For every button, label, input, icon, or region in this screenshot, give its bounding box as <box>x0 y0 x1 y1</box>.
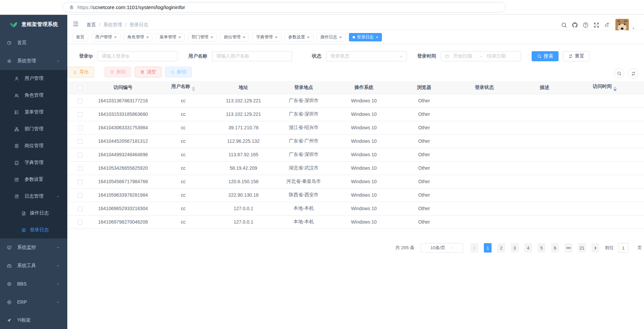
date-range-input[interactable]: 开始日期 - 结束日期 <box>441 51 521 61</box>
close-icon[interactable]: × <box>376 35 379 39</box>
prev-page-button[interactable] <box>470 243 478 253</box>
table-search-button[interactable] <box>614 68 624 78</box>
row-checkbox[interactable] <box>78 126 82 130</box>
page-number-button[interactable]: 1 <box>484 243 492 253</box>
page-number-button[interactable]: 6 <box>551 243 559 253</box>
[object Object]-icon[interactable] <box>495 4 501 10</box>
search-icon[interactable] <box>561 22 567 28</box>
sidebar-item[interactable]: 日志管理 <box>0 188 67 205</box>
sidebar-item[interactable]: 系统工具 <box>0 257 67 275</box>
sidebar-item[interactable]: 首页 <box>0 34 67 52</box>
page-number-button[interactable]: 2 <box>497 243 505 253</box>
sort-caret-icon[interactable] <box>613 87 617 91</box>
sort-caret-icon[interactable] <box>192 87 195 91</box>
sidebar-item[interactable]: 岗位管理 <box>0 137 67 154</box>
sidebar-item[interactable]: 字典管理 <box>0 154 67 171</box>
sidebar-item[interactable]: 操作日志 <box>0 205 67 222</box>
[object Object]-icon[interactable] <box>512 4 519 11</box>
sidebar-item[interactable]: 参数设置 <box>0 171 67 188</box>
[object Object]-icon[interactable] <box>635 4 642 11</box>
[object Object]-icon[interactable] <box>465 4 471 10</box>
collapse-menu-icon[interactable] <box>72 21 79 27</box>
sidebar-item[interactable]: Yi框架 <box>0 311 67 329</box>
tab-tag[interactable]: 操作日志 × <box>317 33 346 41</box>
select-all-checkbox[interactable] <box>78 86 82 90</box>
sidebar-item[interactable]: 系统监控 <box>0 238 67 257</box>
[object Object]-icon[interactable] <box>617 4 624 11</box>
row-checkbox[interactable] <box>78 139 82 144</box>
row-checkbox[interactable] <box>78 112 82 117</box>
table-refresh-button[interactable] <box>628 68 638 78</box>
breadcrumb-item[interactable]: 登录日志 <box>130 22 148 27</box>
[object Object]-icon[interactable] <box>565 4 572 11</box>
toolbar-button[interactable]: 删除 <box>104 67 131 77</box>
sidebar-item[interactable]: 系统管理 <box>0 52 67 70</box>
row-checkbox[interactable] <box>78 153 82 157</box>
tab-tag[interactable]: 角色管理 × <box>124 33 153 41</box>
sidebar-item[interactable]: ERP <box>0 293 67 311</box>
[object Object]-icon[interactable] <box>582 4 589 11</box>
row-checkbox[interactable] <box>78 166 82 171</box>
toolbar-button[interactable]: 解锁 <box>165 67 192 77</box>
[object Object]-icon[interactable] <box>480 4 486 10</box>
tab-tag[interactable]: 菜单管理 × <box>156 33 185 41</box>
[object Object]-icon[interactable] <box>44 4 51 10</box>
close-icon[interactable]: × <box>307 35 310 39</box>
close-icon[interactable]: × <box>178 35 181 39</box>
sidebar-item[interactable]: 部门管理 <box>0 121 67 137</box>
close-icon[interactable]: × <box>146 35 149 39</box>
tab-tag[interactable]: 登录日志 × <box>349 33 382 41</box>
[object Object]-icon[interactable] <box>450 4 456 10</box>
tab-tag[interactable]: 字典管理 × <box>252 33 281 41</box>
sidebar-item[interactable]: 角色管理 <box>0 87 67 104</box>
font-size-icon[interactable] <box>604 22 610 28</box>
page-number-button[interactable]: ••• <box>565 243 572 253</box>
question-icon[interactable] <box>582 22 589 28</box>
github-icon[interactable] <box>572 22 578 28</box>
column-header[interactable]: 用户名称 <box>153 81 213 94</box>
[object Object]-icon[interactable] <box>26 4 33 10</box>
breadcrumb-item[interactable]: 首页 <box>86 22 96 27</box>
reset-button[interactable]: 重置 <box>563 51 589 61</box>
sidebar-item[interactable]: 菜单管理 <box>0 104 67 121</box>
row-checkbox[interactable] <box>78 179 82 184</box>
row-checkbox[interactable] <box>78 220 82 225</box>
toolbar-button[interactable]: 导出 <box>67 67 94 77</box>
date-start[interactable]: 开始日期 <box>453 53 475 59</box>
close-icon[interactable]: × <box>275 35 278 39</box>
tab-tag[interactable]: 首页 <box>72 33 88 41</box>
user-name-input[interactable]: 请输入用户名称 <box>212 51 292 61</box>
sidebar-item[interactable]: 用户管理 <box>0 70 67 87</box>
page-number-button[interactable]: 3 <box>511 243 518 253</box>
toolbar-button[interactable]: 清空 <box>135 67 162 77</box>
tab-tag[interactable]: 用户管理 × <box>92 33 120 41</box>
[object Object]-icon[interactable] <box>600 4 607 11</box>
date-end[interactable]: 结束日期 <box>487 53 509 59</box>
sidebar-item[interactable]: BBS <box>0 275 67 293</box>
breadcrumb-item[interactable]: 系统管理 <box>103 22 122 27</box>
[object Object]-icon[interactable] <box>0 4 7 10</box>
tab-tag[interactable]: 参数设置 × <box>285 33 314 41</box>
row-checkbox[interactable] <box>78 193 82 198</box>
[object Object]-icon[interactable] <box>530 4 537 11</box>
next-page-button[interactable] <box>592 243 599 253</box>
sidebar-item[interactable]: 登录日志 <box>0 222 67 238</box>
close-icon[interactable]: × <box>211 35 213 39</box>
search-button[interactable]: 搜索 <box>532 51 559 61</box>
tab-tag[interactable]: 部门管理 × <box>188 33 217 41</box>
tab-tag[interactable]: 岗位管理 × <box>220 33 249 41</box>
[object Object]-icon[interactable] <box>547 4 554 11</box>
url-bar[interactable]: https://ccnetcore.com:1101/system/log/lo… <box>62 2 506 12</box>
page-number-button[interactable]: 21 <box>578 243 586 253</box>
fullscreen-icon[interactable] <box>593 22 600 28</box>
column-header[interactable]: 访问时间 <box>575 81 635 94</box>
page-size-select[interactable]: 10条/页 <box>421 243 463 253</box>
close-icon[interactable]: × <box>339 35 342 39</box>
page-number-button[interactable]: 4 <box>524 243 532 253</box>
caret-down-icon[interactable] <box>632 27 635 30</box>
status-select[interactable]: 登录状态 <box>326 51 407 61</box>
goto-page-input[interactable] <box>618 243 629 253</box>
row-checkbox[interactable] <box>78 206 82 211</box>
close-icon[interactable]: × <box>243 35 245 39</box>
close-icon[interactable]: × <box>114 35 117 39</box>
